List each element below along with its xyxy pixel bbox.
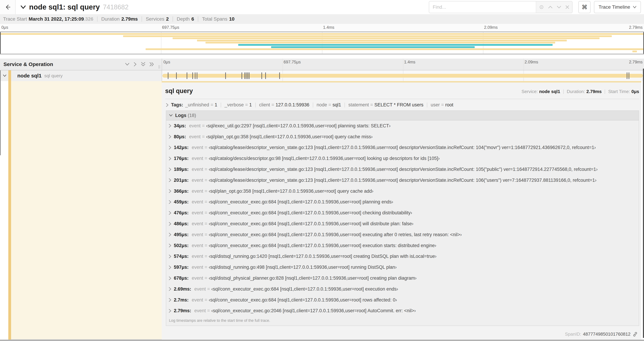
log-entry[interactable]: 476μs:event=‹sql/conn_executor_exec.go:6… xyxy=(166,207,639,218)
log-timestamp: 176μs: xyxy=(174,156,189,161)
tag-value: 1 xyxy=(249,102,252,108)
log-entry[interactable]: 366μs:event=‹sql/plan_opt.go:358 [nsql1,… xyxy=(166,186,639,197)
log-entry[interactable]: 597μs:event=‹sql/distsql_running.go:498 … xyxy=(166,262,639,273)
minimap-right-scrubber[interactable] xyxy=(643,32,644,54)
trace-view-selector[interactable]: Trace Timeline xyxy=(594,1,641,13)
separator xyxy=(605,89,605,94)
log-marker[interactable] xyxy=(186,72,187,79)
log-field-value: ‹sql/conn_executor_exec.go:684 [nsql1,cl… xyxy=(211,286,398,292)
log-entry[interactable]: 142μs:event=‹sql/catalog/lease/descripto… xyxy=(166,142,639,153)
logs-note: Log timestamps are relative to the start… xyxy=(166,316,639,325)
log-entry[interactable]: 189μs:event=‹sql/catalog/lease/descripto… xyxy=(166,164,639,175)
log-marker[interactable] xyxy=(244,72,245,79)
collapse-all-icon[interactable] xyxy=(141,62,146,67)
equals-sign: = xyxy=(207,308,210,313)
keyboard-shortcuts-button[interactable]: ⌘ xyxy=(578,1,590,13)
span-row-name-cell[interactable]: node sql1 sql query xyxy=(0,70,162,81)
log-entry[interactable]: 176μs:event=‹sql/catalog/descs/descripto… xyxy=(166,153,639,164)
expand-one-icon[interactable] xyxy=(134,62,137,67)
chevron-right-icon xyxy=(168,167,172,172)
log-timestamp: 678μs: xyxy=(174,275,189,281)
log-entry[interactable]: 486μs:event=‹sql/conn_executor_exec.go:6… xyxy=(166,218,639,229)
detail-meta-label: Duration: xyxy=(567,89,585,94)
separator xyxy=(198,17,198,22)
equals-sign: = xyxy=(205,199,208,205)
log-entry[interactable]: 495μs:event=‹sql/conn_executor_exec.go:6… xyxy=(166,229,639,240)
minimap-canvas[interactable] xyxy=(0,32,644,54)
tick-label: 0μs xyxy=(164,60,170,65)
log-marker[interactable] xyxy=(279,72,280,79)
log-entry[interactable]: 2.7ms:event=‹sql/conn_executor_exec.go:6… xyxy=(166,294,639,305)
equals-sign: = xyxy=(205,167,208,172)
log-marker[interactable] xyxy=(248,72,248,79)
chevron-up-icon[interactable] xyxy=(548,6,553,9)
minimap-left-scrubber[interactable] xyxy=(0,32,1,54)
log-marker[interactable] xyxy=(192,72,193,79)
log-entry[interactable]: 459μs:event=‹sql/conn_executor_exec.go:6… xyxy=(166,197,639,208)
trace-info-label: Depth xyxy=(177,16,190,22)
chevron-down-icon[interactable] xyxy=(3,74,6,77)
column-resize-grip[interactable] xyxy=(158,65,160,69)
chevron-right-icon xyxy=(168,298,172,302)
log-timestamp: 189μs: xyxy=(174,167,189,172)
tags-row[interactable]: Tags: _unfinished=1_verbose=1client=127.… xyxy=(165,99,641,108)
log-marker[interactable] xyxy=(176,72,177,79)
span-duration-bar[interactable] xyxy=(162,74,643,78)
tick-label: 1.4ms xyxy=(404,60,415,65)
trace-info-item: Duration2.79ms xyxy=(101,16,138,22)
detail-left-column xyxy=(0,81,162,339)
log-marker[interactable] xyxy=(628,72,629,79)
log-timestamp: 495μs: xyxy=(174,232,189,237)
find-group xyxy=(429,1,572,13)
detail-meta-value: 0μs xyxy=(631,89,639,94)
log-field-value: ‹sql/distsql_running.go:498 [nsql1,clien… xyxy=(208,265,396,270)
log-entry[interactable]: 34μs:event=‹sql/exec_util.go:2297 [nsql1… xyxy=(166,120,639,131)
log-marker[interactable] xyxy=(249,72,250,79)
clear-icon[interactable] xyxy=(565,5,570,9)
separator xyxy=(97,17,98,22)
log-entry[interactable]: 502μs:event=‹sql/conn_executor_exec.go:6… xyxy=(166,240,639,251)
equals-sign: = xyxy=(205,265,208,270)
log-field-value: ‹sql/plan_opt.go:358 [nsql1,client=127.0… xyxy=(206,134,372,140)
expand-all-icon[interactable] xyxy=(150,62,154,67)
chevron-down-icon[interactable] xyxy=(20,5,26,9)
log-marker[interactable] xyxy=(246,72,246,79)
log-entry[interactable]: 574μs:event=‹sql/distsql_running.go:1420… xyxy=(166,251,639,262)
log-marker[interactable] xyxy=(197,72,197,79)
minimap-span-bar xyxy=(0,33,644,35)
log-entry[interactable]: 2.69ms:event=‹sql/conn_executor_exec.go:… xyxy=(166,284,639,294)
log-marker[interactable] xyxy=(265,72,266,79)
chevron-down-icon[interactable] xyxy=(556,6,562,9)
log-field-key: event xyxy=(192,243,203,248)
span-detail-panel: sql query Service:node sql1Duration:2.79… xyxy=(162,81,641,339)
log-entry[interactable]: 80μs:event=‹sql/plan_opt.go:358 [nsql1,c… xyxy=(166,131,639,142)
log-field-value: ‹sql/conn_executor_exec.go:684 [nsql1,cl… xyxy=(208,232,462,237)
vertical-scrollbar[interactable] xyxy=(643,69,644,338)
log-marker[interactable] xyxy=(242,72,242,79)
logs-header[interactable]: Logs (18) xyxy=(166,111,639,120)
minimap-span-bar xyxy=(123,35,612,37)
log-marker[interactable] xyxy=(168,72,168,79)
tag-key: statement xyxy=(348,102,369,108)
log-entry[interactable]: 678μs:event=‹sql/distsql_physical_planne… xyxy=(166,273,639,284)
chevron-right-icon xyxy=(168,211,172,215)
tag-value: 127.0.0.1:59936 xyxy=(276,102,309,108)
minimap-tick-labels: 0μs697.75μs1.4ms2.09ms2.79ms xyxy=(0,24,644,32)
tag-value: root xyxy=(445,102,454,108)
log-entry[interactable]: 2.79ms:event=‹sql/conn_executor_exec.go:… xyxy=(166,305,639,316)
back-button[interactable] xyxy=(0,0,16,14)
equals-sign: = xyxy=(205,189,208,194)
trace-info-value: 10 xyxy=(229,16,234,22)
deep-link-icon[interactable] xyxy=(632,332,638,337)
find-input[interactable] xyxy=(429,2,536,13)
log-entry[interactable]: 201μs:event=‹sql/catalog/lease/descripto… xyxy=(166,175,639,186)
log-marker[interactable] xyxy=(225,72,226,79)
log-marker[interactable] xyxy=(627,72,628,79)
span-color-accent xyxy=(8,81,11,339)
span-row-bar-cell[interactable] xyxy=(162,70,644,81)
log-marker[interactable] xyxy=(262,72,262,79)
locate-icon[interactable] xyxy=(539,5,544,10)
log-field-key: event xyxy=(192,254,203,259)
log-marker[interactable] xyxy=(195,72,196,79)
collapse-one-icon[interactable] xyxy=(125,63,130,66)
